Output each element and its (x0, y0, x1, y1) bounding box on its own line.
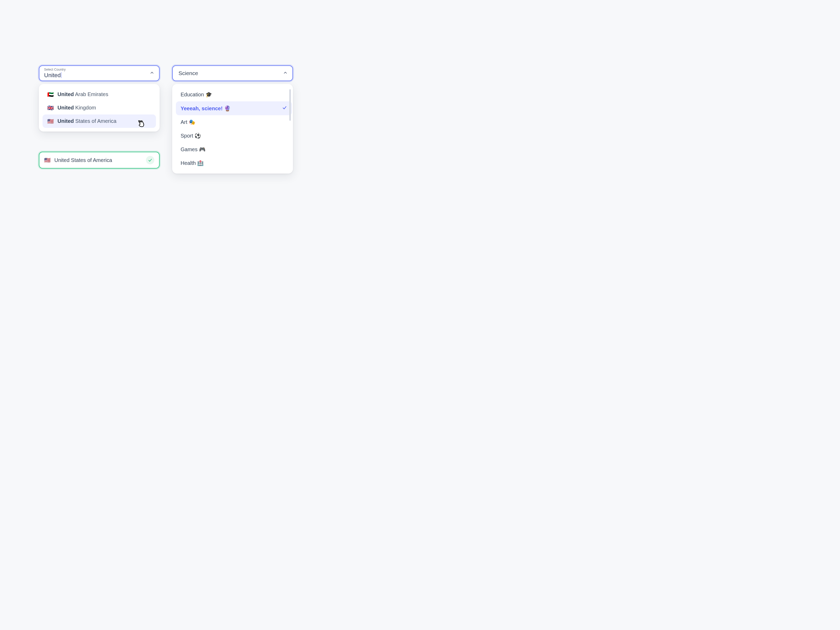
check-circle-icon (146, 156, 154, 164)
country-option[interactable]: 🇦🇪 United Arab Emirates (43, 88, 156, 101)
text-caret (61, 72, 62, 78)
category-option[interactable]: Games 🎮 (176, 142, 292, 156)
category-option-label: Games 🎮 (181, 146, 205, 153)
category-option[interactable]: Health 🏥 (176, 156, 292, 170)
category-option[interactable]: Yeeeah, science! 🔮 (176, 101, 292, 115)
category-option-label: Education 🎓 (181, 92, 212, 98)
country-option-label: United Kingdom (57, 105, 96, 111)
country-option[interactable]: 🇺🇸 United States of America (43, 114, 156, 128)
category-option[interactable]: Education 🎓 (176, 88, 292, 101)
category-option[interactable]: Sport ⚽ (176, 129, 292, 142)
pointer-cursor-icon (136, 116, 150, 131)
country-confirmed-label: United States of America (54, 157, 112, 163)
country-confirmed-field[interactable]: 🇺🇸 United States of America (39, 152, 159, 169)
country-combobox-value: United (44, 72, 61, 79)
category-option-label: Yeeeah, science! 🔮 (181, 105, 231, 112)
category-combobox-value: Science (178, 70, 198, 76)
country-dropdown: 🇦🇪 United Arab Emirates 🇬🇧 United Kingdo… (39, 84, 159, 131)
country-combobox-input[interactable]: United (44, 72, 62, 79)
country-option-label: United States of America (57, 118, 117, 124)
country-combobox[interactable]: Select Country United (39, 65, 159, 81)
flag-icon: 🇦🇪 (47, 92, 54, 97)
category-option-label: Art 🎭 (181, 119, 195, 125)
country-option-label: United Arab Emirates (57, 92, 108, 97)
country-combobox-label: Select Country (44, 68, 146, 71)
category-combobox[interactable]: Science (172, 65, 293, 81)
check-icon (282, 105, 287, 112)
category-option-label: Health 🏥 (181, 160, 204, 166)
flag-icon: 🇺🇸 (44, 157, 51, 163)
flag-icon: 🇺🇸 (47, 118, 54, 124)
flag-icon: 🇬🇧 (47, 105, 54, 111)
category-option-label: Sport ⚽ (181, 133, 201, 139)
scrollbar[interactable] (289, 89, 291, 121)
country-option[interactable]: 🇬🇧 United Kingdom (43, 101, 156, 114)
category-dropdown: Education 🎓 Yeeeah, science! 🔮 Art 🎭 Spo… (172, 84, 293, 174)
category-option[interactable]: Art 🎭 (176, 115, 292, 129)
chevron-up-icon[interactable] (283, 70, 288, 76)
chevron-up-icon[interactable] (150, 70, 154, 76)
